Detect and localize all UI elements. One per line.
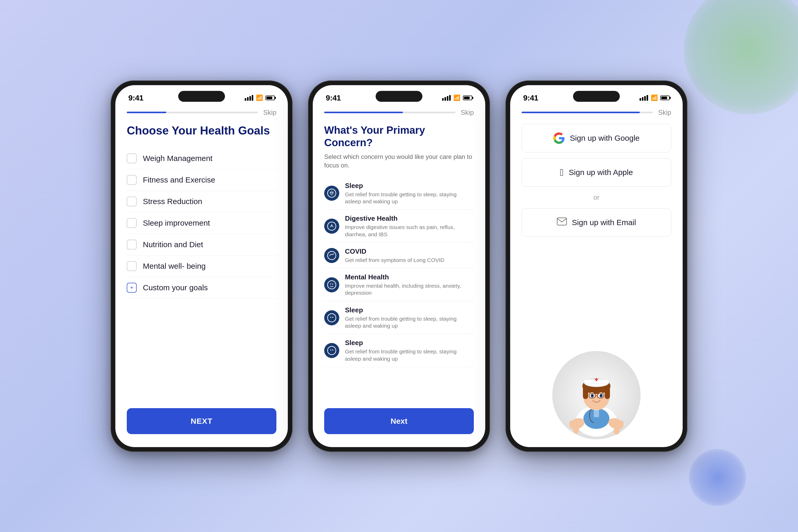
s3-bar-2 [642,97,644,101]
signup-email-label: Sign up with Email [572,218,636,227]
phone-3: 9:41 📶 [505,80,687,452]
concern-item-3[interactable]: Mental Health Improve mental health, inc… [324,268,474,301]
concern-desc-4: Get relief from trouble getting to sleep… [345,315,474,329]
battery-icon-3 [660,96,670,100]
goal-item-weigh[interactable]: Weigh Management [127,148,276,169]
google-logo-icon [553,132,565,144]
next-button-1[interactable]: NEXT [127,408,276,434]
phone-3-content: Skip Sign up with Google [510,109,683,447]
concern-desc-1: Improve digestive issues such as pain, r… [345,224,474,238]
goal-item-sleep[interactable]: Sleep improvement [127,212,276,234]
goal-checkbox-custom[interactable]: + [127,283,137,292]
goal-checkbox-nutrition[interactable] [127,240,137,249]
phone-2-content: Skip What's Your Primary Concern? Select… [313,109,485,447]
concern-icon-5 [324,343,339,358]
phone-3-inner: 9:41 📶 [510,85,683,447]
concern-icon-3 [324,277,339,292]
progress-fill-1 [127,112,166,113]
top-row-1: Skip [127,109,276,117]
svg-point-7 [330,284,331,285]
status-time-1: 9:41 [128,93,143,102]
concern-text-5: Sleep Get relief from trouble getting to… [345,339,474,362]
svg-point-31 [600,395,602,397]
concern-list: Sleep Get relief from trouble getting to… [324,177,474,408]
svg-point-14 [332,349,333,350]
skip-button-2[interactable]: Skip [461,109,474,117]
svg-point-13 [330,349,331,350]
concern-item-0[interactable]: Sleep Get relief from trouble getting to… [324,177,474,210]
nurse-figure [522,282,671,447]
screen2-title: What's Your Primary Concern? [324,124,474,149]
goal-item-custom[interactable]: + Custom your goals [127,277,276,299]
concern-desc-0: Get relief from trouble getting to sleep… [345,191,474,205]
concern-name-4: Sleep [345,306,474,314]
concern-item-5[interactable]: Sleep Get relief from trouble getting to… [324,334,474,367]
concern-text-2: COVID Get relief from symptoms of Long C… [345,247,474,264]
s3-bar-4 [647,95,648,101]
concern-item-4[interactable]: Sleep Get relief from trouble getting to… [324,301,474,335]
concern-desc-5: Get relief from trouble getting to sleep… [345,348,474,362]
svg-point-30 [592,395,593,397]
svg-point-8 [332,284,333,285]
apple-logo-icon:  [560,168,564,177]
wifi-icon-2: 📶 [453,95,460,101]
goal-item-fitness[interactable]: Fitness and Exercise [127,169,276,191]
phone-1: 9:41 📶 [111,80,293,452]
concern-item-1[interactable]: Digestive Health Improve digestive issue… [324,210,474,243]
svg-point-11 [332,317,333,318]
battery-icon-1 [265,96,275,100]
nurse-circle [552,351,641,439]
svg-rect-20 [583,386,588,399]
signup-apple-label: Sign up with Apple [569,168,633,177]
signal-bars-2 [442,95,451,101]
s2-bar-2 [444,97,446,101]
svg-point-2 [332,192,333,193]
s2-bar-3 [447,96,448,101]
concern-name-2: COVID [345,247,474,255]
goal-item-nutrition[interactable]: Nutrition and Diet [127,234,276,255]
concern-icon-4 [324,310,339,325]
svg-point-5 [328,251,336,260]
bg-blob-blue [689,449,746,506]
concern-text-0: Sleep Get relief from trouble getting to… [345,182,474,205]
goal-checkbox-weigh[interactable] [127,153,137,163]
dynamic-island-3 [573,91,620,102]
concern-name-0: Sleep [345,182,474,190]
svg-point-4 [331,224,333,226]
concern-desc-2: Get relief from symptoms of Long COVID [345,256,474,264]
s2-bar-1 [442,98,444,101]
dynamic-island-1 [178,91,225,102]
goal-checkbox-stress[interactable] [127,196,137,206]
status-time-2: 9:41 [326,93,341,102]
svg-rect-41 [594,410,599,417]
concern-icon-0 [324,186,339,201]
signup-apple-button[interactable]:  Sign up with Apple [522,158,671,187]
battery-fill-2 [464,97,470,99]
nurse-illustration [557,354,635,437]
progress-fill-2 [324,112,403,113]
goal-item-mental[interactable]: Mental well- being [127,255,276,277]
goal-checkbox-mental[interactable] [127,261,137,271]
status-icons-2: 📶 [442,95,472,101]
concern-desc-3: Improve mental health, including stress,… [345,282,474,297]
concern-item-2[interactable]: COVID Get relief from symptoms of Long C… [324,243,474,268]
goal-label-fitness: Fitness and Exercise [143,175,215,184]
next-button-2[interactable]: Next [324,408,474,434]
goal-item-stress[interactable]: Stress Reduction [127,191,276,212]
concern-text-3: Mental Health Improve mental health, inc… [345,273,474,297]
concern-name-3: Mental Health [345,273,474,281]
skip-button-1[interactable]: Skip [263,109,276,117]
skip-button-3[interactable]: Skip [658,109,671,117]
status-time-3: 9:41 [523,93,538,102]
s3-bar-3 [644,96,646,101]
signup-email-button[interactable]: Sign up with Email [522,208,671,237]
battery-fill-3 [661,97,667,99]
signup-google-button[interactable]: Sign up with Google [522,124,671,152]
wifi-icon-3: 📶 [651,95,658,101]
progress-bar-2 [324,112,456,113]
progress-bar-1 [127,112,258,113]
signal-bar-3 [249,96,251,101]
goal-checkbox-fitness[interactable] [127,175,137,185]
phones-wrapper: 9:41 📶 [111,80,687,452]
goal-checkbox-sleep[interactable] [127,218,137,228]
